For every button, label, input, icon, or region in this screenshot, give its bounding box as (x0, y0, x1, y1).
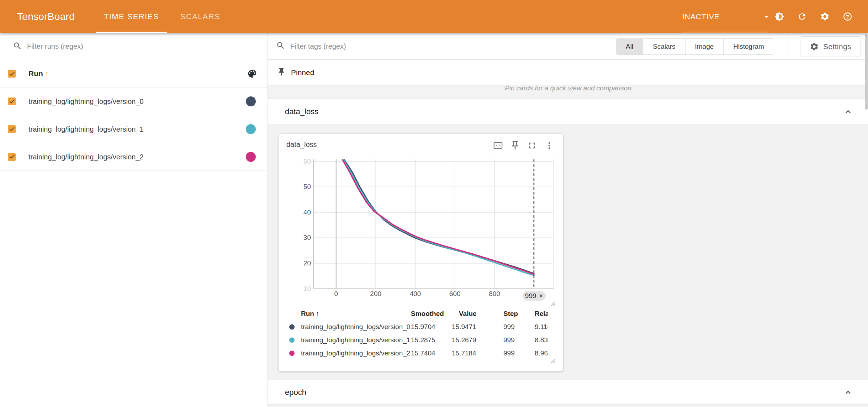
kebab-menu-icon[interactable] (543, 139, 555, 152)
runs-filter-input[interactable] (27, 42, 176, 51)
settings-label: Settings (823, 42, 851, 51)
chevron-up-icon[interactable] (843, 107, 853, 117)
type-tab-histogram[interactable]: Histogram (723, 39, 774, 54)
settings-button[interactable]: Settings (800, 36, 861, 57)
scrollbar-thumb[interactable] (865, 34, 868, 110)
sort-arrow-icon: ↑ (45, 70, 49, 78)
run-column-header[interactable]: Run↑ (28, 69, 49, 78)
runs-sidebar: Run↑ training_log/lightning_logs/version… (0, 33, 268, 407)
tags-filter-input[interactable] (290, 42, 440, 51)
top-tabs: TIME SERIES SCALARS (93, 0, 231, 33)
cell-smoothed: 15.7404 (411, 349, 435, 357)
table-row: training_log/lightning_logs/version_2 15… (287, 347, 548, 360)
main-panel: All Scalars Image Histogram Settings Pin… (268, 33, 868, 407)
cell-value: 15.2679 (452, 336, 476, 344)
col-smoothed[interactable]: Smoothed (411, 310, 444, 318)
tab-scalars[interactable]: SCALARS (170, 0, 231, 33)
run-checkbox[interactable] (8, 153, 16, 161)
gear-icon[interactable] (817, 9, 832, 25)
svg-text:50: 50 (303, 183, 311, 190)
type-tab-image[interactable]: Image (685, 39, 724, 54)
status-label: INACTIVE (682, 12, 720, 21)
svg-text:60: 60 (303, 158, 311, 165)
svg-text:400: 400 (410, 290, 421, 297)
type-tab-scalars[interactable]: Scalars (643, 39, 685, 54)
run-name: training_log/lightning_logs/version_2 (28, 153, 144, 161)
chevron-down-icon (762, 12, 772, 22)
next-section-edge (268, 404, 868, 407)
refresh-icon[interactable] (794, 9, 810, 25)
run-color-dot (289, 337, 295, 343)
step-pill-value: 999 (525, 292, 536, 300)
run-name: training_log/lightning_logs/version_0 (28, 97, 144, 105)
cell-step: 999 (503, 323, 515, 331)
step-pill[interactable]: 999 ✕ (523, 291, 546, 301)
brightness-icon[interactable] (771, 9, 787, 25)
cell-step: 999 (503, 349, 515, 357)
col-value[interactable]: Value (459, 310, 477, 318)
fullscreen-icon[interactable] (526, 139, 538, 152)
cell-relative: 9.118 (535, 323, 548, 331)
run-color-dot[interactable] (246, 96, 256, 106)
type-tab-all[interactable]: All (616, 39, 643, 54)
plugin-type-filter: All Scalars Image Histogram (616, 38, 774, 55)
cell-relative: 8.835 (535, 336, 548, 344)
palette-icon[interactable] (247, 68, 258, 79)
section-title: epoch (285, 388, 306, 397)
svg-text:40: 40 (303, 208, 311, 216)
cell-smoothed: 15.9704 (411, 323, 435, 331)
card-toolbar (492, 139, 555, 152)
status-underline (682, 32, 768, 32)
tensorboard-app: TensorBoard TIME SERIES SCALARS INACTIVE (0, 0, 868, 407)
run-row-version-0[interactable]: training_log/lightning_logs/version_0 (0, 88, 268, 115)
cell-relative: 8.967 (535, 349, 548, 357)
cell-value: 15.9471 (452, 323, 476, 331)
section-header-data-loss[interactable]: data_loss (268, 99, 868, 125)
cell-run: training_log/lightning_logs/version_2 (301, 349, 410, 357)
cell-run: training_log/lightning_logs/version_0 (301, 323, 410, 331)
search-icon (13, 41, 22, 52)
pin-icon[interactable] (509, 139, 521, 152)
scalar-card-data-loss: data_loss (279, 134, 563, 371)
chart-resize-grip[interactable] (550, 300, 555, 306)
runs-filter-row (0, 33, 268, 60)
run-color-dot[interactable] (246, 124, 256, 134)
cell-run: training_log/lightning_logs/version_1 (301, 336, 410, 344)
svg-text:200: 200 (370, 290, 381, 297)
top-app-bar: TensorBoard TIME SERIES SCALARS INACTIVE (0, 0, 868, 33)
col-relative[interactable]: Relative (535, 310, 548, 318)
table-row: training_log/lightning_logs/version_1 15… (287, 333, 548, 347)
run-color-dot[interactable] (246, 152, 256, 162)
svg-text:600: 600 (449, 290, 461, 297)
svg-text:30: 30 (303, 234, 311, 241)
help-icon[interactable]: ? (840, 9, 855, 25)
cell-value: 15.7184 (452, 349, 476, 357)
col-run[interactable]: Run ↑ (301, 310, 319, 318)
plugin-type-cluster: All Scalars Image Histogram Settings (616, 33, 861, 60)
table-resize-grip[interactable] (550, 358, 555, 364)
reload-status-dropdown[interactable]: INACTIVE (682, 0, 772, 33)
section-title: data_loss (285, 107, 318, 116)
fit-domain-icon[interactable] (492, 139, 504, 152)
col-step[interactable]: Step (503, 310, 518, 318)
run-name: training_log/lightning_logs/version_1 (28, 125, 144, 133)
app-logo: TensorBoard (17, 0, 75, 33)
svg-text:10: 10 (303, 285, 311, 292)
section-header-epoch[interactable]: epoch (268, 380, 868, 404)
run-row-version-1[interactable]: training_log/lightning_logs/version_1 (0, 115, 268, 143)
run-color-dot (289, 350, 295, 356)
select-all-checkbox[interactable] (8, 70, 16, 78)
table-header-row: Run ↑ Smoothed Value Step Relative (287, 307, 548, 320)
topbar-icon-buttons: ? (771, 0, 855, 33)
tab-time-series[interactable]: TIME SERIES (93, 0, 170, 33)
line-chart[interactable]: 1020304050600200400600800 (279, 155, 563, 302)
chevron-up-icon[interactable] (843, 387, 853, 397)
data-loss-card-container: data_loss (268, 125, 868, 380)
close-icon[interactable]: ✕ (539, 293, 544, 299)
run-checkbox[interactable] (8, 97, 16, 105)
run-color-dot (289, 324, 295, 329)
table-row: training_log/lightning_logs/version_0 15… (287, 320, 548, 333)
run-row-version-2[interactable]: training_log/lightning_logs/version_2 (0, 143, 268, 171)
run-checkbox[interactable] (8, 125, 16, 133)
cell-smoothed: 15.2875 (411, 336, 435, 344)
